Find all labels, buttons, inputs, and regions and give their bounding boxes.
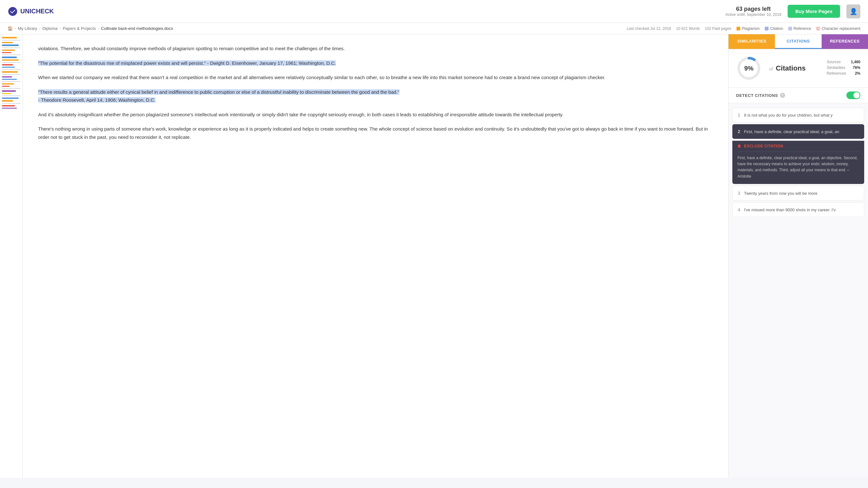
breadcrumb-current-file: Cultivate back-end methodologies.docx [101,26,173,31]
exclude-citation-button[interactable]: 🗑 EXCLUDE CITATION [737,141,859,152]
legend-citation-label: Citation [770,26,783,31]
header-right: 63 pages left Active untill: September 1… [725,4,860,19]
doc-paragraph-4-highlight: "There results a general attitude either… [38,88,713,104]
right-panel: SIMILARITIES CITATIONS REFERENCES 9% of … [728,34,868,478]
legend-reference: Reference [788,26,811,31]
legend-citation: Citation [765,26,783,31]
citation-preview-3: Twenty years from now you will be more [744,191,817,196]
minimap-line [2,86,9,87]
minimap-line [2,37,17,38]
sidebar-minimap [0,34,23,478]
doc-paragraph-2-highlight: "The potential for the disastrous rise o… [38,59,713,67]
detect-citations-toggle[interactable] [846,92,860,99]
breadcrumb-sep-3: › [59,26,61,31]
doc-paragraph-3: When we started our company we realized … [38,73,713,82]
detect-citations-row: DETECT CITATIONS ? [728,88,868,103]
citation-highlight-2-part1: "There results a general attitude either… [38,89,399,95]
doc-paragraph-1: violations. Therefore, we should constan… [38,44,713,53]
citation-item-3[interactable]: 3 Twenty years from now you will be more [732,186,864,201]
plagiarism-dot [737,27,740,30]
minimap-line [2,105,15,106]
panel-tabs: SIMILARITIES CITATIONS REFERENCES [728,34,868,49]
citation-item-2[interactable]: 2 First, have a definite, clear practica… [732,124,864,139]
donut-label: 9% [744,65,754,72]
of-citations-label: of Citations [769,64,806,72]
doc-paragraph-6: There's nothing wrong in using parts of … [38,125,713,141]
legend: Plagiarism Citation Reference Character … [737,26,860,31]
minimap-line [2,76,12,78]
minimap-line [2,69,21,70]
citations-label: Citations [776,64,806,72]
tab-citations[interactable]: CITATIONS [775,34,821,49]
logo-text: UNICHECK [20,8,54,15]
donut-section: 9% of Citations Sources 1,460 Similariti… [728,49,868,88]
minimap-line [2,62,21,63]
minimap-line [2,71,18,73]
citation-preview-1: It is not what you do for your children,… [744,113,833,118]
citation-full-text-2: First, have a definite, clear practical … [737,155,859,180]
logo: UNICHECK [8,6,54,17]
minimap-line [2,103,21,104]
breadcrumb-sep-2: › [39,26,40,31]
sources-value: 1,460 [851,60,860,64]
similarities-label: Similarities [827,65,845,70]
minimap-line [2,57,17,58]
breadcrumb-my-library[interactable]: My Library [18,26,37,31]
citation-list: 1 It is not what you do for your childre… [728,103,868,478]
breadcrumb-papers-projects[interactable]: Papers & Projects [63,26,96,31]
legend-character-replacement: Character replacement [816,26,860,31]
meta-info: Last checked Jul 12, 2018 10 621 Words 1… [627,26,860,31]
stat-sources: Sources 1,460 [827,60,860,64]
donut-percentage: 9% [744,65,754,72]
legend-plagiarism-label: Plagiarism [742,26,760,31]
minimap-line [2,50,15,51]
similarities-value: 76% [853,65,860,70]
buy-more-pages-button[interactable]: Buy More Pages [787,5,840,18]
minimap-line [2,83,14,85]
minimap-line [2,74,21,75]
citation-num-1: 1 [738,113,740,118]
minimap-line [2,97,19,99]
stats-column: Sources 1,460 Similarities 76% Reference… [827,60,860,77]
tab-references[interactable]: REFERENCES [822,34,868,49]
tab-similarities[interactable]: SIMILARITIES [728,34,775,49]
breadcrumb-bar: 🏠 › My Library › Diploma › Papers & Proj… [0,23,868,34]
citation-highlight-2-part2: - Theodore Roosevelt, April 14, 1906; Wa… [38,97,155,102]
home-icon[interactable]: 🏠 [8,26,13,31]
minimap-line [2,59,19,61]
info-icon[interactable]: ? [780,93,785,98]
minimap-line [2,108,17,109]
donut-chart: 9% [736,56,762,81]
doc-paragraph-5: And it's absolutely insignificant whethe… [38,111,713,119]
citation-num-2: 2 [738,129,740,134]
minimap-line [2,44,19,46]
last-checked: Last checked Jul 12, 2018 [627,26,671,31]
legend-character-replacement-label: Character replacement [822,26,860,31]
reference-dot [788,27,792,30]
references-stat-label: References [827,71,846,75]
citation-num-3: 3 [738,191,740,196]
header: UNICHECK 63 pages left Active untill: Se… [0,0,868,23]
citation-expanded-2: 🗑 EXCLUDE CITATION First, have a definit… [732,141,864,184]
citation-item-4[interactable]: 4 I've missed more than 9000 shots in my… [732,203,864,217]
character-replacement-dot [816,27,820,30]
pages-left: 63 pages left [725,6,781,12]
pages-info: 63 pages left Active untill: September 1… [725,6,781,17]
citation-highlight-1: "The potential for the disastrous rise o… [38,60,336,66]
minimap-line [2,67,15,68]
sources-label: Sources [827,60,841,64]
unicheck-logo-icon [8,6,18,17]
toggle-knob [854,92,860,98]
breadcrumb-diploma[interactable]: Diploma [42,26,58,31]
minimap-line [2,42,13,43]
minimap-line [2,52,11,53]
minimap-line [2,90,16,92]
legend-plagiarism: Plagiarism [737,26,760,31]
of-word: of [769,66,773,71]
minimap-line [2,47,21,48]
minimap-line [2,40,21,41]
citation-item-1[interactable]: 1 It is not what you do for your childre… [732,108,864,122]
breadcrumb-sep-1: › [14,26,16,31]
detect-citations-label: DETECT CITATIONS ? [736,93,785,98]
avatar: 👤 [846,4,860,19]
